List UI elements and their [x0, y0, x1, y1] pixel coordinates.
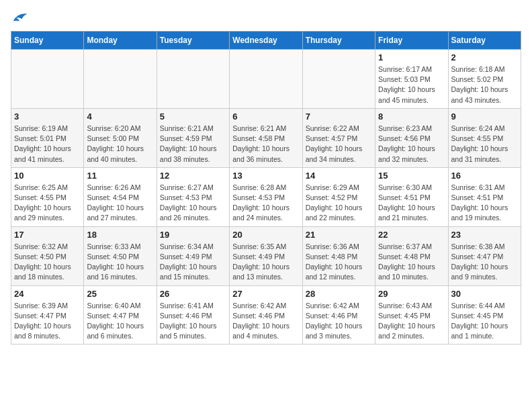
day-info: Sunrise: 6:42 AM Sunset: 4:46 PM Dayligh…	[232, 301, 299, 342]
calendar-cell: 16Sunrise: 6:31 AM Sunset: 4:51 PM Dayli…	[448, 167, 521, 226]
calendar-cell: 7Sunrise: 6:22 AM Sunset: 4:57 PM Daylig…	[302, 108, 375, 167]
day-number: 1	[378, 52, 445, 62]
calendar-cell: 23Sunrise: 6:38 AM Sunset: 4:47 PM Dayli…	[448, 226, 521, 285]
calendar-cell: 20Sunrise: 6:35 AM Sunset: 4:49 PM Dayli…	[230, 226, 302, 285]
day-number: 17	[14, 230, 81, 240]
calendar-cell: 19Sunrise: 6:34 AM Sunset: 4:49 PM Dayli…	[157, 226, 229, 285]
calendar-cell: 22Sunrise: 6:37 AM Sunset: 4:48 PM Dayli…	[375, 226, 448, 285]
calendar-week-row: 1Sunrise: 6:17 AM Sunset: 5:03 PM Daylig…	[11, 50, 521, 109]
calendar-cell: 18Sunrise: 6:33 AM Sunset: 4:50 PM Dayli…	[84, 226, 157, 285]
calendar-cell: 3Sunrise: 6:19 AM Sunset: 5:01 PM Daylig…	[11, 108, 84, 167]
day-number: 23	[451, 230, 518, 240]
weekday-header-friday: Friday	[375, 32, 448, 50]
day-number: 6	[232, 111, 299, 122]
day-info: Sunrise: 6:21 AM Sunset: 4:58 PM Dayligh…	[232, 124, 299, 165]
day-number: 24	[14, 289, 81, 299]
day-number: 28	[306, 289, 372, 299]
day-info: Sunrise: 6:43 AM Sunset: 4:45 PM Dayligh…	[378, 301, 445, 342]
day-info: Sunrise: 6:27 AM Sunset: 4:53 PM Dayligh…	[160, 183, 226, 224]
day-info: Sunrise: 6:30 AM Sunset: 4:51 PM Dayligh…	[378, 183, 445, 224]
day-info: Sunrise: 6:25 AM Sunset: 4:55 PM Dayligh…	[14, 183, 81, 224]
calendar-cell: 11Sunrise: 6:26 AM Sunset: 4:54 PM Dayli…	[84, 167, 157, 226]
day-number: 4	[87, 111, 153, 122]
day-number: 12	[160, 171, 226, 181]
logo	[11, 11, 28, 24]
calendar-cell: 27Sunrise: 6:42 AM Sunset: 4:46 PM Dayli…	[230, 285, 302, 345]
day-number: 19	[160, 230, 226, 240]
day-number: 7	[306, 111, 372, 122]
day-info: Sunrise: 6:21 AM Sunset: 4:59 PM Dayligh…	[160, 124, 226, 165]
weekday-header-sunday: Sunday	[11, 32, 84, 50]
calendar-cell: 29Sunrise: 6:43 AM Sunset: 4:45 PM Dayli…	[375, 285, 448, 345]
day-number: 18	[87, 230, 153, 240]
calendar-cell: 4Sunrise: 6:20 AM Sunset: 5:00 PM Daylig…	[84, 108, 157, 167]
day-info: Sunrise: 6:26 AM Sunset: 4:54 PM Dayligh…	[87, 183, 153, 224]
calendar-cell: 30Sunrise: 6:44 AM Sunset: 4:45 PM Dayli…	[448, 285, 521, 345]
calendar-cell: 6Sunrise: 6:21 AM Sunset: 4:58 PM Daylig…	[230, 108, 302, 167]
day-info: Sunrise: 6:35 AM Sunset: 4:49 PM Dayligh…	[232, 242, 299, 283]
calendar-cell: 17Sunrise: 6:32 AM Sunset: 4:50 PM Dayli…	[11, 226, 84, 285]
day-number: 2	[451, 52, 518, 62]
day-info: Sunrise: 6:24 AM Sunset: 4:55 PM Dayligh…	[451, 124, 518, 165]
day-info: Sunrise: 6:28 AM Sunset: 4:53 PM Dayligh…	[232, 183, 299, 224]
day-info: Sunrise: 6:44 AM Sunset: 4:45 PM Dayligh…	[451, 301, 518, 342]
day-number: 25	[87, 289, 153, 299]
day-number: 29	[378, 289, 445, 299]
day-number: 21	[306, 230, 372, 240]
day-info: Sunrise: 6:34 AM Sunset: 4:49 PM Dayligh…	[160, 242, 226, 283]
day-number: 22	[378, 230, 445, 240]
day-number: 5	[160, 111, 226, 122]
weekday-header-wednesday: Wednesday	[230, 32, 302, 50]
day-info: Sunrise: 6:19 AM Sunset: 5:01 PM Dayligh…	[14, 124, 81, 165]
calendar-cell: 1Sunrise: 6:17 AM Sunset: 5:03 PM Daylig…	[375, 50, 448, 109]
calendar-header-row: SundayMondayTuesdayWednesdayThursdayFrid…	[11, 32, 521, 50]
day-info: Sunrise: 6:18 AM Sunset: 5:02 PM Dayligh…	[451, 64, 518, 105]
day-number: 9	[451, 111, 518, 122]
day-number: 26	[160, 289, 226, 299]
day-info: Sunrise: 6:36 AM Sunset: 4:48 PM Dayligh…	[306, 242, 372, 283]
weekday-header-thursday: Thursday	[302, 32, 375, 50]
calendar-cell: 14Sunrise: 6:29 AM Sunset: 4:52 PM Dayli…	[302, 167, 375, 226]
day-number: 27	[232, 289, 299, 299]
calendar-cell: 28Sunrise: 6:42 AM Sunset: 4:46 PM Dayli…	[302, 285, 375, 345]
day-number: 13	[232, 171, 299, 181]
day-info: Sunrise: 6:17 AM Sunset: 5:03 PM Dayligh…	[378, 64, 445, 105]
logo-bird-icon	[12, 11, 28, 24]
day-info: Sunrise: 6:20 AM Sunset: 5:00 PM Dayligh…	[87, 124, 153, 165]
weekday-header-saturday: Saturday	[448, 32, 521, 50]
day-number: 16	[451, 171, 518, 181]
day-info: Sunrise: 6:31 AM Sunset: 4:51 PM Dayligh…	[451, 183, 518, 224]
calendar-cell: 24Sunrise: 6:39 AM Sunset: 4:47 PM Dayli…	[11, 285, 84, 345]
day-info: Sunrise: 6:41 AM Sunset: 4:46 PM Dayligh…	[160, 301, 226, 342]
calendar-cell: 25Sunrise: 6:40 AM Sunset: 4:47 PM Dayli…	[84, 285, 157, 345]
day-number: 8	[378, 111, 445, 122]
calendar-cell: 2Sunrise: 6:18 AM Sunset: 5:02 PM Daylig…	[448, 50, 521, 109]
calendar-cell	[84, 50, 157, 109]
calendar-cell: 21Sunrise: 6:36 AM Sunset: 4:48 PM Dayli…	[302, 226, 375, 285]
calendar-cell: 5Sunrise: 6:21 AM Sunset: 4:59 PM Daylig…	[157, 108, 229, 167]
day-number: 3	[14, 111, 81, 122]
calendar-week-row: 24Sunrise: 6:39 AM Sunset: 4:47 PM Dayli…	[11, 285, 521, 345]
day-number: 10	[14, 171, 81, 181]
calendar-cell: 10Sunrise: 6:25 AM Sunset: 4:55 PM Dayli…	[11, 167, 84, 226]
calendar-table: SundayMondayTuesdayWednesdayThursdayFrid…	[11, 31, 521, 345]
day-info: Sunrise: 6:40 AM Sunset: 4:47 PM Dayligh…	[87, 301, 153, 342]
day-info: Sunrise: 6:38 AM Sunset: 4:47 PM Dayligh…	[451, 242, 518, 283]
day-info: Sunrise: 6:32 AM Sunset: 4:50 PM Dayligh…	[14, 242, 81, 283]
day-number: 11	[87, 171, 153, 181]
calendar-week-row: 17Sunrise: 6:32 AM Sunset: 4:50 PM Dayli…	[11, 226, 521, 285]
calendar-cell: 9Sunrise: 6:24 AM Sunset: 4:55 PM Daylig…	[448, 108, 521, 167]
calendar-cell: 26Sunrise: 6:41 AM Sunset: 4:46 PM Dayli…	[157, 285, 229, 345]
day-number: 20	[232, 230, 299, 240]
calendar-cell	[230, 50, 302, 109]
day-info: Sunrise: 6:33 AM Sunset: 4:50 PM Dayligh…	[87, 242, 153, 283]
weekday-header-tuesday: Tuesday	[157, 32, 229, 50]
calendar-week-row: 10Sunrise: 6:25 AM Sunset: 4:55 PM Dayli…	[11, 167, 521, 226]
day-info: Sunrise: 6:39 AM Sunset: 4:47 PM Dayligh…	[14, 301, 81, 342]
calendar-cell: 8Sunrise: 6:23 AM Sunset: 4:56 PM Daylig…	[375, 108, 448, 167]
day-info: Sunrise: 6:23 AM Sunset: 4:56 PM Dayligh…	[378, 124, 445, 165]
calendar-cell: 15Sunrise: 6:30 AM Sunset: 4:51 PM Dayli…	[375, 167, 448, 226]
day-number: 30	[451, 289, 518, 299]
calendar-cell	[302, 50, 375, 109]
calendar-cell	[157, 50, 229, 109]
